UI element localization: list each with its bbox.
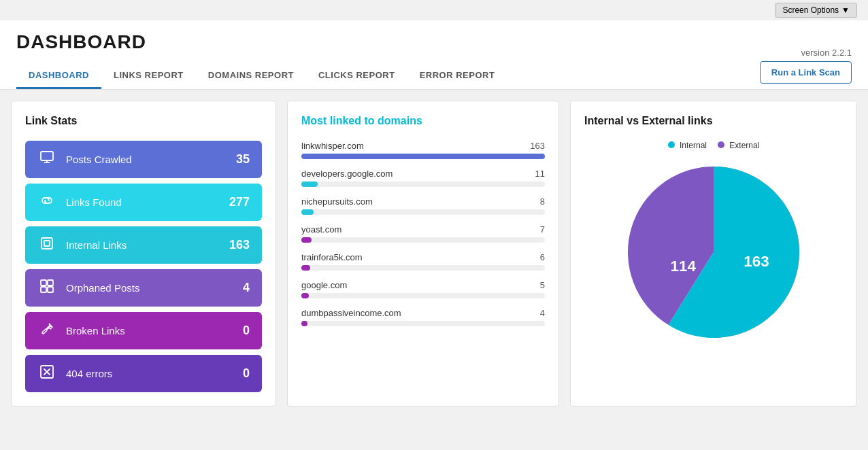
stat-card-404-errors[interactable]: 404 errors 0 [25,355,262,392]
domain-bar [301,237,312,243]
stat-card-left: 404 errors [37,364,112,383]
domain-row: yoast.com 7 [301,224,545,235]
domain-row: linkwhisper.com 163 [301,141,545,151]
domain-row: trainfora5k.com 6 [301,252,545,262]
svg-rect-4 [44,241,50,246]
page-title: DASHBOARD [16,31,852,53]
domain-count: 8 [540,196,545,207]
screen-options-label: Screen Options [782,5,839,15]
stat-card-broken-links[interactable]: Broken Links 0 [25,312,262,349]
domains-title: Most linked to domains [301,115,545,127]
domain-row: nichepursuits.com 8 [301,196,545,207]
domains-title-static: Most linked to [301,115,375,126]
domain-item-2: nichepursuits.com 8 [301,196,545,215]
internal-external-title: Internal vs External links [584,115,843,127]
stat-card-label: Links Found [66,196,122,208]
domain-bar [301,209,314,215]
domain-bar [301,154,545,159]
nav-tab-error-report[interactable]: ERROR REPORT [407,63,507,89]
domain-name: google.com [301,280,347,290]
most-linked-domains-panel: Most linked to domains linkwhisper.com 1… [287,101,559,406]
screen-options-button[interactable]: Screen Options ▼ [775,3,857,18]
svg-rect-7 [41,287,46,292]
stat-card-label: Orphaned Posts [66,282,139,294]
stat-card-icon-2 [37,236,56,254]
header-row: DASHBOARDLINKS REPORTDOMAINS REPORTCLICK… [16,61,852,89]
nav-tab-domains-report[interactable]: DOMAINS REPORT [196,63,306,89]
stat-card-icon-0 [37,150,56,169]
stat-card-value: 35 [236,152,250,167]
domain-row: developers.google.com 11 [301,169,545,179]
domain-bar [301,181,318,187]
pie-chart: 163 114 [618,157,809,347]
domain-name: linkwhisper.com [301,141,364,151]
link-stats-panel: Link Stats Posts Crawled 35 Links Found … [11,101,276,406]
domain-bar-bg [301,237,545,243]
domain-bar [301,293,309,298]
stat-card-orphaned-posts[interactable]: Orphaned Posts 4 [25,269,262,307]
legend-internal-label: Internal [680,141,707,150]
legend-external-label: External [729,141,759,150]
legend-external: External [718,141,759,150]
stat-card-label: Broken Links [66,325,125,336]
domain-item-3: yoast.com 7 [301,224,545,243]
nav-tab-dashboard[interactable]: DASHBOARD [16,63,101,89]
domain-count: 4 [540,308,545,318]
stat-card-left: Posts Crawled [37,150,132,169]
svg-rect-8 [48,287,53,292]
domain-item-0: linkwhisper.com 163 [301,141,545,159]
external-dot [718,141,724,148]
stat-card-left: Links Found [37,193,122,211]
stat-card-value: 277 [229,195,250,209]
domain-count: 163 [530,141,545,151]
domain-name: developers.google.com [301,169,393,179]
nav-tabs: DASHBOARDLINKS REPORTDOMAINS REPORTCLICK… [16,63,507,89]
domain-bar [301,321,307,326]
header-area: DASHBOARD version 2.2.1 DASHBOARDLINKS R… [0,20,868,90]
main-content: Link Stats Posts Crawled 35 Links Found … [0,90,868,417]
domain-count: 7 [540,224,545,235]
domain-name: trainfora5k.com [301,252,363,262]
pie-chart-container: 163 114 [584,157,843,347]
domain-row: google.com 5 [301,280,545,290]
run-link-scan-button[interactable]: Run a Link Scan [760,61,852,84]
chart-legend: Internal External [584,141,843,150]
stat-card-value: 163 [229,238,250,252]
domain-bar-bg [301,154,545,159]
stat-card-value: 0 [243,324,250,338]
domain-name: dumbpassiveincome.com [301,308,401,318]
stat-card-left: Internal Links [37,236,127,254]
legend-internal: Internal [668,141,707,150]
domain-row: dumbpassiveincome.com 4 [301,308,545,318]
nav-tab-clicks-report[interactable]: CLICKS REPORT [306,63,407,89]
internal-external-panel: Internal vs External links Internal Exte… [570,101,857,406]
stat-card-label: Posts Crawled [66,154,132,165]
nav-tab-links-report[interactable]: LINKS REPORT [101,63,196,89]
svg-rect-3 [41,238,52,249]
domain-item-4: trainfora5k.com 6 [301,252,545,271]
domain-bar-bg [301,265,545,271]
domain-bar-bg [301,293,545,298]
stat-card-icon-3 [37,279,56,297]
domain-bar-bg [301,181,545,187]
stat-card-icon-4 [37,322,56,340]
domain-list: linkwhisper.com 163 developers.google.co… [301,141,545,326]
stat-cards: Posts Crawled 35 Links Found 277 Interna… [25,141,262,392]
domain-bar-bg [301,321,545,326]
stat-card-left: Orphaned Posts [37,279,139,297]
chevron-down-icon: ▼ [841,5,850,15]
external-label: 114 [671,258,697,275]
stat-card-icon-1 [37,193,56,211]
stat-card-value: 0 [243,366,250,381]
stat-card-label: 404 errors [66,368,112,379]
stat-card-label: Internal Links [66,239,127,251]
stat-card-posts-crawled[interactable]: Posts Crawled 35 [25,141,262,178]
domain-bar [301,265,310,271]
domain-name: nichepursuits.com [301,196,373,207]
stat-card-links-found[interactable]: Links Found 277 [25,184,262,221]
version-text: version 2.2.1 [801,48,852,58]
internal-label: 163 [744,253,769,270]
internal-dot [668,141,675,148]
stat-card-internal-links[interactable]: Internal Links 163 [25,226,262,264]
domain-count: 5 [540,280,545,290]
